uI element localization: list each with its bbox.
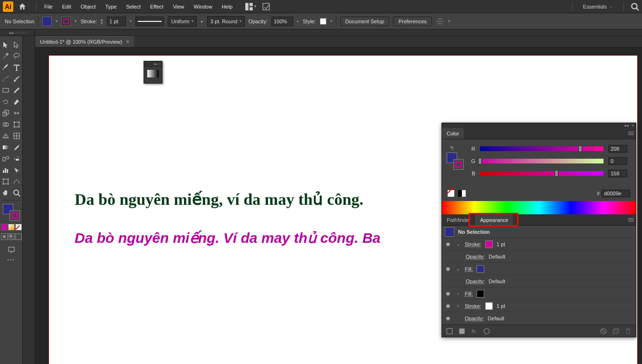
perspective-grid-tool[interactable] bbox=[0, 130, 11, 142]
stroke-swatch[interactable] bbox=[453, 159, 464, 170]
chevron-down-icon[interactable]: ▾ bbox=[130, 19, 132, 23]
bw-swatch[interactable] bbox=[458, 190, 466, 197]
chevron-right-icon[interactable]: ▸ bbox=[297, 19, 299, 23]
appearance-stroke-opacity-row[interactable]: Opacity: Default bbox=[442, 250, 636, 263]
color-spectrum[interactable] bbox=[442, 201, 636, 214]
screen-mode[interactable] bbox=[6, 244, 17, 255]
stroke-swatch[interactable] bbox=[61, 17, 71, 26]
brush-dropdown[interactable]: 3 pt. Round▾ bbox=[207, 16, 245, 27]
collapse-arrows-icon[interactable]: ◂◂ bbox=[8, 30, 13, 35]
lasso-tool[interactable] bbox=[11, 50, 23, 62]
menu-edit[interactable]: Edit bbox=[57, 2, 76, 11]
new-fill-icon[interactable] bbox=[458, 327, 466, 335]
slice-tool[interactable] bbox=[11, 164, 23, 176]
add-effect-icon[interactable]: fx. bbox=[470, 327, 478, 335]
b-slider[interactable] bbox=[480, 171, 604, 176]
hand-tool[interactable] bbox=[0, 187, 11, 199]
color-mode-solid[interactable] bbox=[1, 224, 8, 230]
color-fill-stroke[interactable]: ↰ bbox=[447, 143, 464, 186]
opacity-input[interactable] bbox=[271, 17, 293, 26]
g-input[interactable] bbox=[608, 157, 627, 165]
fill-swatch[interactable] bbox=[477, 290, 484, 297]
swap-icon[interactable]: ↰ bbox=[450, 145, 454, 152]
style-swatch[interactable] bbox=[320, 18, 326, 25]
rotate-tool[interactable] bbox=[0, 96, 11, 107]
appearance-opacity-row[interactable]: ◉ › Opacity: Default bbox=[442, 312, 636, 325]
stroke-swatch[interactable] bbox=[485, 302, 493, 310]
align-icon[interactable] bbox=[436, 17, 444, 26]
zoom-tool[interactable] bbox=[11, 187, 23, 199]
menu-object[interactable]: Object bbox=[76, 2, 101, 11]
collapse-arrows-icon[interactable]: ◂◂ bbox=[624, 123, 629, 128]
visibility-icon[interactable]: ◉ bbox=[445, 290, 451, 297]
close-icon[interactable]: × bbox=[126, 38, 129, 45]
collapse-icon[interactable]: ▸▸ bbox=[154, 62, 158, 66]
menu-window[interactable]: Window bbox=[189, 2, 217, 11]
gradient-tool[interactable] bbox=[0, 142, 11, 153]
eraser-tool[interactable] bbox=[11, 96, 23, 107]
draw-behind[interactable] bbox=[8, 233, 15, 240]
r-slider[interactable] bbox=[480, 146, 604, 151]
floating-gradient-panel[interactable]: ▸▸ × bbox=[144, 61, 163, 84]
blend-tool[interactable] bbox=[0, 153, 11, 164]
pencil-tool[interactable] bbox=[11, 85, 23, 96]
collapsed-dock[interactable] bbox=[23, 36, 35, 364]
visibility-icon[interactable]: ◉ bbox=[445, 315, 451, 322]
tab-pathfinder[interactable]: Pathfinder bbox=[442, 214, 475, 225]
stroke-weight-input[interactable] bbox=[107, 17, 126, 26]
visibility-icon[interactable]: ◉ bbox=[445, 266, 451, 272]
preferences-button[interactable]: Preferences bbox=[393, 17, 431, 26]
clear-appearance-icon[interactable] bbox=[483, 327, 490, 335]
search-icon[interactable] bbox=[631, 2, 639, 11]
menu-view[interactable]: View bbox=[168, 2, 189, 11]
stepper-icon[interactable]: ▴▾ bbox=[101, 18, 103, 25]
workspace-selector[interactable]: Essentials ⌄ bbox=[579, 2, 617, 11]
appearance-fill-opacity-row[interactable]: Opacity: Default bbox=[442, 275, 636, 287]
chevron-right-icon[interactable]: › bbox=[455, 303, 461, 308]
panel-menu-icon[interactable] bbox=[626, 128, 636, 139]
menu-select[interactable]: Select bbox=[121, 2, 145, 11]
chevron-right-icon[interactable]: › bbox=[455, 291, 461, 296]
b-input[interactable] bbox=[608, 170, 627, 177]
document-setup-button[interactable]: Document Setup bbox=[340, 17, 390, 26]
visibility-icon[interactable]: ◉ bbox=[445, 303, 451, 309]
width-tool[interactable] bbox=[11, 107, 23, 119]
visibility-icon[interactable]: ◉ bbox=[445, 241, 451, 248]
close-icon[interactable]: × bbox=[159, 62, 161, 66]
none-swatch[interactable] bbox=[448, 190, 454, 197]
stroke-profile-preview[interactable] bbox=[135, 17, 164, 26]
rectangle-tool[interactable] bbox=[0, 85, 11, 96]
scale-tool[interactable] bbox=[0, 107, 11, 119]
appearance-fill2-row[interactable]: ◉ › Fill: bbox=[442, 287, 636, 300]
edit-toolbar[interactable]: ••• bbox=[7, 257, 15, 262]
type-tool[interactable] bbox=[11, 62, 23, 73]
g-slider[interactable] bbox=[480, 159, 604, 163]
chevron-down-icon[interactable]: ▾ bbox=[56, 19, 57, 23]
chevron-down-icon[interactable]: ▼ bbox=[253, 4, 257, 9]
hex-input[interactable] bbox=[602, 190, 630, 197]
menu-file[interactable]: File bbox=[39, 2, 57, 11]
panel-menu-icon[interactable] bbox=[626, 214, 636, 225]
color-mode-none[interactable] bbox=[15, 224, 22, 230]
chevron-down-icon[interactable]: ⌄ bbox=[455, 241, 461, 247]
curvature-tool[interactable] bbox=[11, 176, 23, 187]
chevron-down-icon[interactable]: ▾ bbox=[330, 19, 332, 23]
artboard-text-2[interactable]: Da bò nguyên miếng. Ví da may thủ công. … bbox=[75, 230, 381, 246]
paintbrush-tool[interactable] bbox=[11, 73, 23, 85]
close-icon[interactable]: × bbox=[632, 123, 634, 128]
tab-color[interactable]: Color bbox=[442, 128, 464, 139]
appearance-fill-row[interactable]: ◉ ⌄ Fill: bbox=[442, 263, 636, 275]
arrange-docs-icon[interactable] bbox=[245, 2, 253, 11]
stroke-swatch[interactable] bbox=[485, 240, 493, 248]
panel-group-header[interactable]: ◂◂ × bbox=[442, 123, 636, 128]
r-input[interactable] bbox=[608, 145, 627, 153]
new-stroke-icon[interactable] bbox=[446, 327, 453, 335]
artboard-text-1[interactable]: Da bò nguyên miếng, ví da may thủ công. bbox=[75, 190, 364, 209]
gradient-thumbnail[interactable] bbox=[147, 70, 159, 77]
selection-tool[interactable] bbox=[0, 39, 11, 50]
chevron-down-icon[interactable]: ▾ bbox=[448, 19, 450, 23]
mesh-tool[interactable] bbox=[11, 130, 23, 142]
menu-type[interactable]: Type bbox=[101, 2, 122, 11]
appearance-stroke-row[interactable]: ◉ ⌄ Stroke: 1 pt bbox=[442, 238, 636, 250]
column-graph-tool[interactable] bbox=[0, 164, 11, 176]
